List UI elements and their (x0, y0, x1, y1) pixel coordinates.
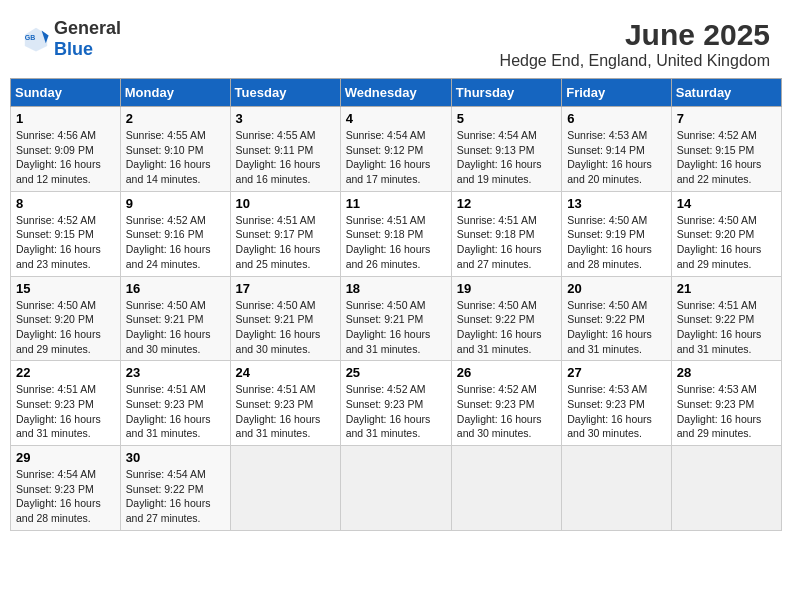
day-number: 6 (567, 111, 666, 126)
calendar-cell: 4Sunrise: 4:54 AM Sunset: 9:12 PM Daylig… (340, 107, 451, 192)
day-info: Sunrise: 4:51 AM Sunset: 9:23 PM Dayligh… (16, 382, 115, 441)
calendar-cell: 21Sunrise: 4:51 AM Sunset: 9:22 PM Dayli… (671, 276, 781, 361)
location-title: Hedge End, England, United Kingdom (500, 52, 770, 70)
title-area: June 2025 Hedge End, England, United Kin… (500, 18, 770, 70)
logo-icon: GB (22, 25, 50, 53)
day-header-thursday: Thursday (451, 79, 561, 107)
day-number: 1 (16, 111, 115, 126)
calendar-cell (671, 446, 781, 531)
calendar-cell: 20Sunrise: 4:50 AM Sunset: 9:22 PM Dayli… (562, 276, 672, 361)
calendar-cell: 13Sunrise: 4:50 AM Sunset: 9:19 PM Dayli… (562, 191, 672, 276)
calendar-cell: 15Sunrise: 4:50 AM Sunset: 9:20 PM Dayli… (11, 276, 121, 361)
day-info: Sunrise: 4:52 AM Sunset: 9:23 PM Dayligh… (457, 382, 556, 441)
calendar-cell: 23Sunrise: 4:51 AM Sunset: 9:23 PM Dayli… (120, 361, 230, 446)
calendar-cell (562, 446, 672, 531)
calendar-cell: 28Sunrise: 4:53 AM Sunset: 9:23 PM Dayli… (671, 361, 781, 446)
calendar-cell: 11Sunrise: 4:51 AM Sunset: 9:18 PM Dayli… (340, 191, 451, 276)
day-header-tuesday: Tuesday (230, 79, 340, 107)
logo-blue: Blue (54, 39, 93, 59)
day-info: Sunrise: 4:50 AM Sunset: 9:22 PM Dayligh… (567, 298, 666, 357)
day-number: 17 (236, 281, 335, 296)
day-number: 25 (346, 365, 446, 380)
day-info: Sunrise: 4:50 AM Sunset: 9:21 PM Dayligh… (346, 298, 446, 357)
calendar-cell (230, 446, 340, 531)
day-info: Sunrise: 4:54 AM Sunset: 9:12 PM Dayligh… (346, 128, 446, 187)
calendar-cell: 5Sunrise: 4:54 AM Sunset: 9:13 PM Daylig… (451, 107, 561, 192)
calendar-cell: 3Sunrise: 4:55 AM Sunset: 9:11 PM Daylig… (230, 107, 340, 192)
header: GB General Blue June 2025 Hedge End, Eng… (10, 10, 782, 74)
calendar-cell: 30Sunrise: 4:54 AM Sunset: 9:22 PM Dayli… (120, 446, 230, 531)
day-number: 28 (677, 365, 776, 380)
day-header-wednesday: Wednesday (340, 79, 451, 107)
day-number: 11 (346, 196, 446, 211)
day-number: 20 (567, 281, 666, 296)
day-info: Sunrise: 4:52 AM Sunset: 9:16 PM Dayligh… (126, 213, 225, 272)
day-number: 22 (16, 365, 115, 380)
day-number: 5 (457, 111, 556, 126)
day-info: Sunrise: 4:51 AM Sunset: 9:17 PM Dayligh… (236, 213, 335, 272)
day-header-sunday: Sunday (11, 79, 121, 107)
calendar-table: SundayMondayTuesdayWednesdayThursdayFrid… (10, 78, 782, 531)
calendar-cell: 18Sunrise: 4:50 AM Sunset: 9:21 PM Dayli… (340, 276, 451, 361)
day-number: 16 (126, 281, 225, 296)
day-info: Sunrise: 4:53 AM Sunset: 9:23 PM Dayligh… (567, 382, 666, 441)
day-number: 21 (677, 281, 776, 296)
calendar-cell (340, 446, 451, 531)
calendar-cell: 8Sunrise: 4:52 AM Sunset: 9:15 PM Daylig… (11, 191, 121, 276)
day-number: 14 (677, 196, 776, 211)
calendar-cell: 22Sunrise: 4:51 AM Sunset: 9:23 PM Dayli… (11, 361, 121, 446)
day-info: Sunrise: 4:52 AM Sunset: 9:15 PM Dayligh… (16, 213, 115, 272)
day-header-monday: Monday (120, 79, 230, 107)
day-info: Sunrise: 4:54 AM Sunset: 9:23 PM Dayligh… (16, 467, 115, 526)
day-info: Sunrise: 4:50 AM Sunset: 9:22 PM Dayligh… (457, 298, 556, 357)
calendar-cell: 17Sunrise: 4:50 AM Sunset: 9:21 PM Dayli… (230, 276, 340, 361)
month-title: June 2025 (500, 18, 770, 52)
calendar-cell: 29Sunrise: 4:54 AM Sunset: 9:23 PM Dayli… (11, 446, 121, 531)
day-info: Sunrise: 4:51 AM Sunset: 9:23 PM Dayligh… (236, 382, 335, 441)
day-number: 9 (126, 196, 225, 211)
calendar-cell: 14Sunrise: 4:50 AM Sunset: 9:20 PM Dayli… (671, 191, 781, 276)
day-number: 7 (677, 111, 776, 126)
svg-text:GB: GB (25, 34, 36, 41)
day-info: Sunrise: 4:51 AM Sunset: 9:18 PM Dayligh… (346, 213, 446, 272)
logo-general: General (54, 18, 121, 38)
day-info: Sunrise: 4:50 AM Sunset: 9:19 PM Dayligh… (567, 213, 666, 272)
calendar-cell (451, 446, 561, 531)
day-number: 23 (126, 365, 225, 380)
day-number: 18 (346, 281, 446, 296)
day-info: Sunrise: 4:53 AM Sunset: 9:23 PM Dayligh… (677, 382, 776, 441)
day-header-saturday: Saturday (671, 79, 781, 107)
calendar-cell: 6Sunrise: 4:53 AM Sunset: 9:14 PM Daylig… (562, 107, 672, 192)
day-info: Sunrise: 4:55 AM Sunset: 9:10 PM Dayligh… (126, 128, 225, 187)
day-number: 24 (236, 365, 335, 380)
day-info: Sunrise: 4:52 AM Sunset: 9:15 PM Dayligh… (677, 128, 776, 187)
day-info: Sunrise: 4:54 AM Sunset: 9:22 PM Dayligh… (126, 467, 225, 526)
day-number: 3 (236, 111, 335, 126)
calendar-cell: 2Sunrise: 4:55 AM Sunset: 9:10 PM Daylig… (120, 107, 230, 192)
calendar-cell: 25Sunrise: 4:52 AM Sunset: 9:23 PM Dayli… (340, 361, 451, 446)
day-info: Sunrise: 4:53 AM Sunset: 9:14 PM Dayligh… (567, 128, 666, 187)
day-number: 12 (457, 196, 556, 211)
calendar-cell: 7Sunrise: 4:52 AM Sunset: 9:15 PM Daylig… (671, 107, 781, 192)
calendar-cell: 1Sunrise: 4:56 AM Sunset: 9:09 PM Daylig… (11, 107, 121, 192)
calendar-cell: 26Sunrise: 4:52 AM Sunset: 9:23 PM Dayli… (451, 361, 561, 446)
day-info: Sunrise: 4:51 AM Sunset: 9:22 PM Dayligh… (677, 298, 776, 357)
calendar-cell: 9Sunrise: 4:52 AM Sunset: 9:16 PM Daylig… (120, 191, 230, 276)
day-number: 15 (16, 281, 115, 296)
logo: GB General Blue (22, 18, 121, 60)
day-info: Sunrise: 4:51 AM Sunset: 9:23 PM Dayligh… (126, 382, 225, 441)
calendar-cell: 27Sunrise: 4:53 AM Sunset: 9:23 PM Dayli… (562, 361, 672, 446)
calendar-cell: 19Sunrise: 4:50 AM Sunset: 9:22 PM Dayli… (451, 276, 561, 361)
calendar-cell: 16Sunrise: 4:50 AM Sunset: 9:21 PM Dayli… (120, 276, 230, 361)
day-number: 10 (236, 196, 335, 211)
day-info: Sunrise: 4:50 AM Sunset: 9:21 PM Dayligh… (126, 298, 225, 357)
day-info: Sunrise: 4:56 AM Sunset: 9:09 PM Dayligh… (16, 128, 115, 187)
calendar-cell: 10Sunrise: 4:51 AM Sunset: 9:17 PM Dayli… (230, 191, 340, 276)
day-number: 13 (567, 196, 666, 211)
calendar-cell: 12Sunrise: 4:51 AM Sunset: 9:18 PM Dayli… (451, 191, 561, 276)
day-info: Sunrise: 4:55 AM Sunset: 9:11 PM Dayligh… (236, 128, 335, 187)
day-number: 8 (16, 196, 115, 211)
day-number: 29 (16, 450, 115, 465)
day-info: Sunrise: 4:52 AM Sunset: 9:23 PM Dayligh… (346, 382, 446, 441)
day-info: Sunrise: 4:51 AM Sunset: 9:18 PM Dayligh… (457, 213, 556, 272)
